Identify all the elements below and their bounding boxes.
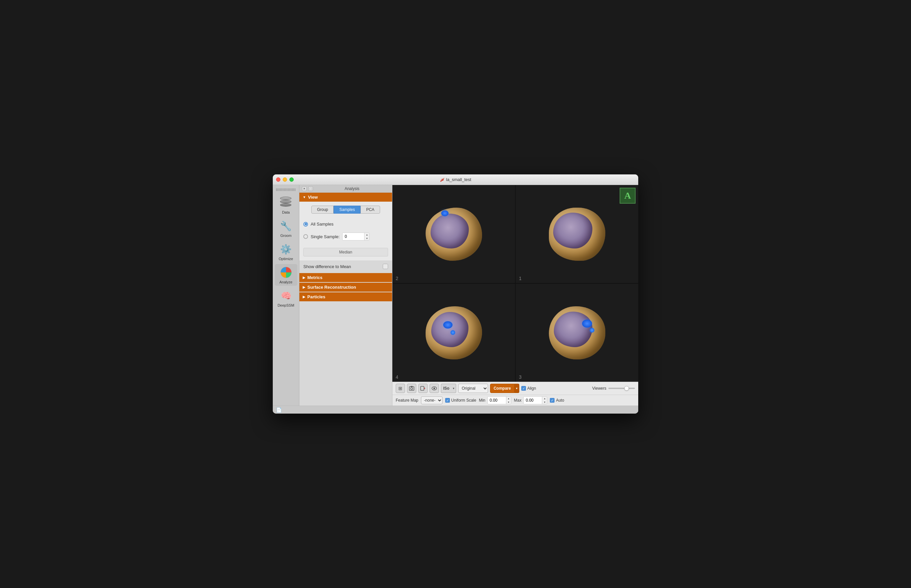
viewers-slider[interactable]	[608, 388, 635, 389]
panel-detach-button[interactable]: ⬚	[309, 186, 313, 191]
panel-titlebar: ✕ ⬚ Analysis	[299, 185, 392, 193]
titlebar: 🌶 la_small_test	[273, 174, 638, 185]
show-diff-checkbox[interactable]	[383, 264, 388, 269]
single-sample-row: Single Sample: ▲ ▼	[311, 233, 370, 241]
spinner-down[interactable]: ▼	[365, 236, 369, 240]
viewport-toolbar: ⊞	[393, 382, 638, 395]
cell-number-3: 3	[519, 375, 522, 380]
metrics-section-header[interactable]: ▶ Metrics	[299, 273, 392, 282]
align-checkbox[interactable]: ✓	[521, 386, 526, 391]
sidebar-label-groom: Groom	[280, 234, 292, 237]
iso-label: ISo	[441, 384, 452, 393]
grid-view-button[interactable]: ⊞	[396, 384, 405, 393]
viewport: 2 A 1	[393, 185, 638, 405]
align-label: Align	[527, 386, 536, 391]
database-icon	[279, 196, 293, 209]
all-samples-radio[interactable]: All Samples	[303, 221, 388, 226]
window-title: 🌶 la_small_test	[440, 177, 472, 183]
svg-marker-4	[424, 387, 425, 389]
spinner-up[interactable]: ▲	[365, 233, 369, 236]
min-row: Min ▲ ▼	[479, 396, 511, 404]
surface-section-label: Surface Reconstruction	[307, 285, 356, 290]
metrics-section-label: Metrics	[307, 275, 323, 280]
traffic-lights	[276, 178, 294, 182]
sidebar-item-groom[interactable]: 🔧 Groom	[275, 218, 297, 239]
max-input-wrapper: ▲ ▼	[523, 396, 547, 404]
max-spinner-down[interactable]: ▼	[542, 400, 547, 404]
shape-1	[544, 204, 610, 264]
median-button[interactable]: Median	[303, 248, 388, 257]
sidebar-item-deepssm[interactable]: 🧠 DeepSSM	[275, 288, 297, 309]
panel-close-button[interactable]: ✕	[302, 186, 307, 191]
max-spinner-up[interactable]: ▲	[542, 397, 547, 400]
sidebar-item-analyze[interactable]: Analyze	[275, 264, 297, 286]
orientation-cube: A	[620, 188, 636, 204]
tab-samples[interactable]: Samples	[334, 206, 360, 213]
viewers-label: Viewers	[593, 386, 606, 391]
feature-map-label: Feature Map	[396, 398, 418, 403]
visibility-button[interactable]	[430, 384, 439, 393]
sidebar: Data 🔧 Groom ⚙️ Optimize Analyze	[273, 185, 299, 405]
iso-button-group: ISo ▼	[441, 384, 456, 393]
tools-icon: 🔧	[279, 219, 293, 233]
view-section-label: View	[308, 195, 318, 200]
cell-number-4: 4	[396, 375, 398, 380]
compare-button[interactable]: Compare	[490, 384, 515, 393]
single-sample-radio[interactable]: Single Sample: ▲ ▼	[303, 233, 388, 241]
spinner-buttons: ▲ ▼	[364, 233, 369, 240]
max-input[interactable]	[523, 397, 542, 404]
view-tabs: Group Samples PCA	[303, 206, 388, 213]
main-content: Data 🔧 Groom ⚙️ Optimize Analyze	[273, 185, 638, 405]
iso-dropdown[interactable]: ▼	[452, 384, 456, 393]
uniform-scale-checkbox-row: ✓ Uniform Scale	[445, 398, 476, 403]
record-button[interactable]	[418, 384, 428, 393]
tab-group[interactable]: Group	[311, 206, 334, 213]
single-sample-label: Single Sample:	[311, 234, 339, 239]
uniform-scale-checkbox[interactable]: ✓	[445, 398, 450, 403]
min-spinner-up[interactable]: ▲	[506, 397, 511, 400]
sidebar-label-optimize: Optimize	[279, 257, 293, 261]
viewport-cell-2[interactable]: 2	[393, 185, 515, 283]
title-icon: 🌶	[440, 177, 444, 183]
close-button[interactable]	[276, 178, 280, 182]
surface-arrow-icon: ▶	[303, 285, 305, 289]
particles-section-label: Particles	[307, 294, 325, 299]
auto-checkbox[interactable]: ✓	[550, 398, 554, 403]
show-diff-label: Show difference to Mean	[303, 264, 351, 269]
particles-section-header[interactable]: ▶ Particles	[299, 292, 392, 301]
svg-rect-2	[411, 386, 413, 387]
compare-dropdown[interactable]: ▼	[515, 384, 519, 393]
all-samples-radio-btn[interactable]	[303, 222, 308, 226]
maximize-button[interactable]	[289, 178, 294, 182]
shape-4	[421, 303, 487, 363]
viewport-grid: 2 A 1	[393, 185, 638, 382]
max-label: Max	[514, 398, 522, 403]
screenshot-button[interactable]	[407, 384, 416, 393]
metrics-arrow-icon: ▶	[303, 276, 305, 279]
viewport-cell-4[interactable]: 4	[393, 284, 515, 382]
min-spinner-down[interactable]: ▼	[506, 400, 511, 404]
auto-checkbox-row: ✓ Auto	[550, 398, 564, 403]
sidebar-item-optimize[interactable]: ⚙️ Optimize	[275, 241, 297, 262]
view-section-header[interactable]: ▼ View	[299, 193, 392, 202]
viewport-cell-3[interactable]: 3	[516, 284, 638, 382]
feature-map-select[interactable]: -none-	[421, 396, 443, 404]
min-input[interactable]	[488, 397, 506, 404]
minimize-button[interactable]	[283, 178, 287, 182]
single-sample-radio-btn[interactable]	[303, 234, 308, 239]
single-sample-input[interactable]	[342, 233, 364, 240]
viewers-slider-thumb[interactable]	[624, 386, 629, 391]
max-spinner: ▲ ▼	[542, 397, 547, 404]
viewport-cell-1[interactable]: A 1	[516, 185, 638, 283]
status-icon: 📄	[276, 407, 282, 413]
original-dropdown[interactable]: Original	[458, 384, 488, 393]
surface-reconstruction-section-header[interactable]: ▶ Surface Reconstruction	[299, 283, 392, 292]
sample-radio-group: All Samples Single Sample: ▲ ▼	[303, 218, 388, 244]
tab-pca[interactable]: PCA	[360, 206, 380, 213]
brain-icon: 🧠	[279, 289, 293, 302]
sidebar-label-deepssm: DeepSSM	[278, 303, 294, 307]
view-arrow-icon: ▼	[303, 195, 306, 199]
all-samples-label: All Samples	[311, 221, 334, 226]
sidebar-item-data[interactable]: Data	[275, 194, 297, 216]
cell-number-2: 2	[396, 276, 398, 281]
